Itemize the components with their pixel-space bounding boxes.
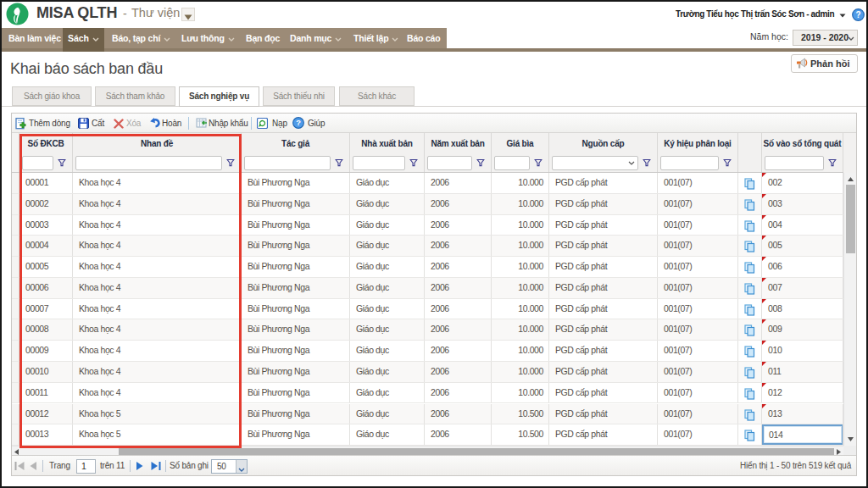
svg-text:?: ? bbox=[855, 10, 860, 19]
svg-text:?: ? bbox=[296, 119, 301, 127]
